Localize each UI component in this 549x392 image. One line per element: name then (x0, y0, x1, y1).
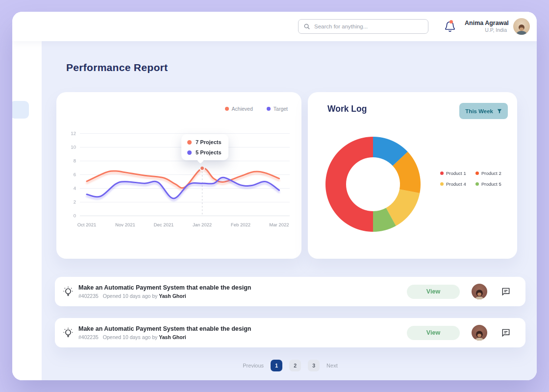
legend-label: Product 2 (481, 171, 501, 176)
pagination: Previous 1 2 3 Next (55, 360, 525, 371)
task-meta: #402235 Opened 10 days ago by Yash Ghori (78, 293, 251, 300)
assignee-avatar[interactable] (472, 284, 487, 299)
product-2-dot (475, 172, 479, 175)
tooltip-row-target: 5 Projects (187, 149, 222, 155)
task-opened: Opened 10 days ago by (103, 334, 158, 340)
legend-label: Product 1 (446, 171, 466, 176)
work-log-donut-chart (321, 132, 425, 236)
task-row: Make an Automatic Payment System that en… (55, 277, 525, 306)
product-1-dot (440, 172, 444, 175)
task-text: Make an Automatic Payment System that en… (78, 283, 251, 300)
product-5-dot (475, 182, 479, 186)
tooltip-value: 7 Projects (196, 139, 222, 145)
target-dot (267, 107, 271, 111)
line-chart-legend: Achieved Target (225, 106, 288, 112)
performance-chart-card: Achieved Target 7 Projects 5 Pro (56, 92, 301, 259)
chart-tooltip: 7 Projects 5 Projects (181, 134, 228, 160)
legend-label: Achieved (232, 106, 253, 112)
legend-label: Product 4 (446, 181, 466, 187)
comment-icon[interactable] (501, 328, 511, 338)
user-info: Anima Agrawal U.P, India (465, 20, 507, 34)
task-row: Make an Automatic Payment System that en… (55, 318, 525, 347)
product-4-dot (440, 182, 444, 186)
legend-label: Product 5 (481, 181, 501, 187)
idea-lightbulb-icon (63, 327, 74, 338)
legend-item-product-4: Product 4 (440, 181, 475, 187)
comment-icon[interactable] (501, 287, 511, 296)
pagination-previous[interactable]: Previous (243, 363, 264, 368)
legend-item-target: Target (267, 106, 288, 112)
task-title: Make an Automatic Payment System that en… (78, 283, 251, 293)
achieved-dot (225, 107, 229, 111)
notification-dot (449, 20, 453, 24)
assignee-avatar[interactable] (472, 325, 487, 341)
task-text: Make an Automatic Payment System that en… (78, 324, 251, 342)
sidebar (12, 41, 42, 380)
donut-legend: Product 1 Product 2 Product 4 Product 5 (440, 171, 511, 187)
legend-label: Target (274, 106, 288, 112)
week-filter-label: This Week (465, 108, 493, 114)
legend-item-product-2: Product 2 (475, 171, 511, 176)
work-log-title: Work Log (327, 104, 367, 114)
view-button[interactable]: View (407, 326, 460, 340)
search-input[interactable] (314, 24, 423, 29)
tooltip-row-achieved: 7 Projects (187, 139, 222, 145)
page-title: Performance Report (66, 62, 168, 74)
search-icon (303, 23, 310, 30)
task-title: Make an Automatic Payment System that en… (78, 324, 251, 334)
view-button[interactable]: View (407, 285, 460, 299)
week-filter-dropdown[interactable]: This Week (459, 103, 508, 119)
pagination-page-2[interactable]: 2 (289, 360, 301, 371)
legend-item-product-1: Product 1 (440, 171, 475, 176)
user-location: U.P, India (465, 27, 507, 33)
main-content: Performance Report Achieved Target (42, 41, 537, 380)
performance-line-chart (65, 122, 296, 236)
task-author: Yash Ghori (159, 293, 186, 299)
task-author: Yash Ghori (159, 334, 186, 340)
idea-lightbulb-icon (63, 286, 74, 297)
pagination-page-3[interactable]: 3 (308, 360, 320, 371)
pagination-page-1[interactable]: 1 (271, 360, 282, 371)
tooltip-value: 5 Projects (196, 149, 222, 155)
app-window: Anima Agrawal U.P, India Performance Rep… (12, 12, 537, 380)
task-opened: Opened 10 days ago by (103, 293, 158, 299)
achieved-dot (187, 140, 192, 145)
notification-bell[interactable] (444, 20, 456, 33)
legend-item-achieved: Achieved (225, 106, 253, 112)
search-box[interactable] (298, 19, 428, 34)
task-id: #402235 (78, 334, 99, 340)
filter-icon (497, 109, 502, 114)
pagination-next[interactable]: Next (326, 363, 338, 368)
task-id: #402235 (78, 293, 99, 299)
user-name: Anima Agrawal (465, 20, 507, 27)
sidebar-active-item[interactable] (12, 101, 29, 119)
task-meta: #402235 Opened 10 days ago by Yash Ghori (78, 334, 251, 342)
target-dot (187, 150, 192, 155)
top-header: Anima Agrawal U.P, India (12, 12, 537, 41)
legend-item-product-5: Product 5 (475, 181, 511, 187)
user-avatar[interactable] (513, 18, 530, 35)
work-log-card: Work Log This Week Product 1 (308, 92, 517, 259)
